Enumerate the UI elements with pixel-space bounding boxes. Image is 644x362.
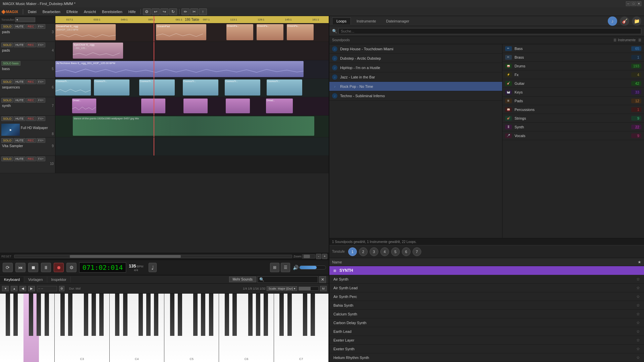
- maximize-button[interactable]: □: [631, 1, 636, 6]
- synth-air-synth[interactable]: Air Synth ☆: [329, 275, 644, 284]
- clip-seq-5[interactable]: CosmosTr...: [225, 79, 260, 96]
- fx-btn-7[interactable]: FX+: [37, 98, 46, 103]
- rec-btn-4[interactable]: REC: [26, 43, 36, 47]
- tab-vorlagen[interactable]: Vorlagen: [24, 277, 47, 283]
- soundpool-techno[interactable]: ♪ Techno - Subliminal Inferno: [329, 91, 502, 101]
- piano-arrow-up[interactable]: ▴: [11, 286, 17, 291]
- synth-earth-lead[interactable]: Earth Lead ☆: [329, 327, 644, 336]
- synth-item-star-7[interactable]: ☆: [636, 329, 640, 334]
- hute-btn-8[interactable]: HUTE: [14, 116, 25, 121]
- clip-seq-1[interactable]: CosmosTr...: [55, 79, 91, 96]
- black-key-1[interactable]: [6, 294, 10, 336]
- right-tab-dateimanager[interactable]: Dateimanager: [382, 17, 414, 24]
- titlebar-controls[interactable]: ─ □ ✕: [626, 1, 641, 6]
- black-key-5[interactable]: [45, 294, 49, 336]
- pause-btn[interactable]: ⏸: [41, 263, 51, 272]
- clip-seq-3[interactable]: CosmosTr...: [139, 79, 175, 96]
- grid-view-btn[interactable]: ⊞: [270, 263, 279, 272]
- soundpool-dubstep[interactable]: ♪ Dubstep - Arctic Dubstep: [329, 54, 502, 63]
- piano-scale-dropdown[interactable]: Scale: Major (Dur) ▾: [267, 286, 297, 291]
- tonstufe-3[interactable]: 3: [370, 247, 378, 256]
- clip-dreampads-3[interactable]: DreamPa...: [226, 24, 253, 40]
- black-key-c5-4[interactable]: [201, 294, 205, 336]
- tonstufe-5[interactable]: 5: [391, 247, 400, 256]
- black-key-c3-1[interactable]: [60, 294, 65, 336]
- black-key-c4-5[interactable]: [154, 294, 158, 336]
- black-key-2[interactable]: [13, 294, 18, 336]
- zoom-in-btn[interactable]: +: [322, 254, 327, 259]
- clip-dreampads-1[interactable]: DreamPad 6_.ogg 300HOP_135.0 BPM: [55, 24, 116, 40]
- hute-btn-3[interactable]: HUTE: [14, 24, 25, 29]
- synth-helium[interactable]: Helium Rhythm Synth ☆: [329, 353, 644, 362]
- black-key-c5-3[interactable]: [193, 294, 198, 336]
- rec-btn-9[interactable]: REC: [26, 138, 36, 143]
- tab-keyboard[interactable]: Keyboard: [0, 277, 24, 283]
- black-key-c4-4[interactable]: [146, 294, 151, 336]
- synth-item-star-6[interactable]: ☆: [636, 320, 640, 325]
- settings-btn[interactable]: ⚙: [66, 263, 76, 272]
- solo-btn-5[interactable]: SOLO bass: [1, 61, 20, 66]
- menu-ansicht[interactable]: Ansicht: [81, 9, 99, 14]
- clip-video-1[interactable]: dance-of-the-pants-644x362-wallpaper-5…: [73, 116, 314, 136]
- menu-bearbeiten[interactable]: Bearbeiten: [40, 9, 63, 14]
- track-content-7[interactable]: Dread... Dread...: [55, 97, 329, 115]
- mehr-sounds-button[interactable]: Mehr Sounds: [229, 277, 256, 282]
- instrument-fx[interactable]: ⚡ Fx 4: [502, 70, 644, 79]
- piano-search[interactable]: 🔍: [258, 276, 318, 283]
- loops-search-input[interactable]: [338, 28, 641, 34]
- tonstufe-2[interactable]: 2: [359, 247, 368, 256]
- instrument-brass[interactable]: ✏ Brass 1: [502, 53, 644, 62]
- black-key-3[interactable]: [29, 294, 33, 336]
- solo-btn-7[interactable]: SOLO: [1, 98, 13, 103]
- h-scroll-thumb[interactable]: [70, 255, 181, 258]
- tonstufen-dropdown[interactable]: ▾: [15, 17, 35, 22]
- clip-synth-1[interactable]: Dread...: [72, 99, 96, 113]
- octave-c6[interactable]: C6: [219, 294, 274, 362]
- right-tab-instrumente[interactable]: Instrumente: [352, 17, 380, 24]
- loops-icon[interactable]: ♪: [608, 16, 617, 26]
- keys-inner[interactable]: C2: [0, 294, 329, 362]
- track-content-9[interactable]: [55, 137, 329, 156]
- rec-btn-6[interactable]: REC: [26, 79, 36, 84]
- piano-next-btn[interactable]: ▶: [28, 286, 35, 291]
- solo-btn-4[interactable]: SOLO: [1, 43, 13, 47]
- track-content-5[interactable]: AeTechsive Bass 6_.ogg_001_HOP_135.00 BP…: [55, 60, 329, 78]
- instrument-bass[interactable]: ✏ Bass 65: [502, 44, 644, 53]
- octave-c4[interactable]: C4: [110, 294, 164, 362]
- black-key-c4-3[interactable]: [139, 294, 143, 336]
- clip-synth-4[interactable]: [226, 99, 250, 113]
- tonstufe-1[interactable]: 1: [348, 247, 357, 256]
- black-key-c7-2[interactable]: [287, 294, 292, 336]
- fx-btn-3[interactable]: FX+: [37, 24, 46, 29]
- synth-air-synth-perc[interactable]: Air Synth Perc ☆: [329, 292, 644, 301]
- instrument-perc[interactable]: 🥁 Percussions 1: [502, 105, 644, 114]
- black-key-c3-5[interactable]: [99, 294, 104, 336]
- clip-synth-3[interactable]: [183, 99, 208, 113]
- synth-carbon[interactable]: Carbon Delay Synth ☆: [329, 318, 644, 327]
- toolbar-settings[interactable]: ⚙: [143, 8, 151, 15]
- h-scrollbar[interactable]: [14, 255, 292, 258]
- piano-white-keys[interactable]: C2: [0, 294, 329, 362]
- instrument-strings[interactable]: 🎻 Strings 9: [502, 114, 644, 123]
- synth-exeter-synth[interactable]: Exeter Synth ☆: [329, 345, 644, 353]
- track-content-6[interactable]: CosmosTr... CosmosTr... CosmosTr... Cosm…: [55, 79, 329, 97]
- black-key-c5-5[interactable]: [209, 294, 213, 336]
- fx-btn-8[interactable]: FX+: [37, 116, 46, 121]
- octave-c7[interactable]: C7: [274, 294, 329, 362]
- clip-dreampads-4[interactable]: DreamPa...: [257, 24, 283, 40]
- list-view-btn[interactable]: ☰: [281, 263, 290, 272]
- black-key-c6-2[interactable]: [232, 294, 237, 336]
- hute-btn-10[interactable]: HUTE: [14, 157, 25, 161]
- piano-prev-btn[interactable]: ◀: [19, 286, 26, 291]
- instrument-pads[interactable]: ⊞ Pads 12: [502, 97, 644, 105]
- menu-effekte[interactable]: Effekte: [64, 9, 80, 14]
- toolbar-pencil[interactable]: ✏: [181, 8, 190, 15]
- instrument-synth[interactable]: 🎛 Synth 22: [502, 123, 644, 131]
- black-key-c7-4[interactable]: [311, 294, 315, 336]
- minimize-button[interactable]: ─: [626, 1, 631, 6]
- loop-btn[interactable]: ⟳: [3, 263, 13, 272]
- black-key-c5-1[interactable]: [170, 294, 174, 336]
- record-btn[interactable]: ⏺: [54, 263, 64, 272]
- synth-item-star-5[interactable]: ☆: [636, 312, 640, 316]
- fx-btn-9[interactable]: FX+: [37, 138, 46, 143]
